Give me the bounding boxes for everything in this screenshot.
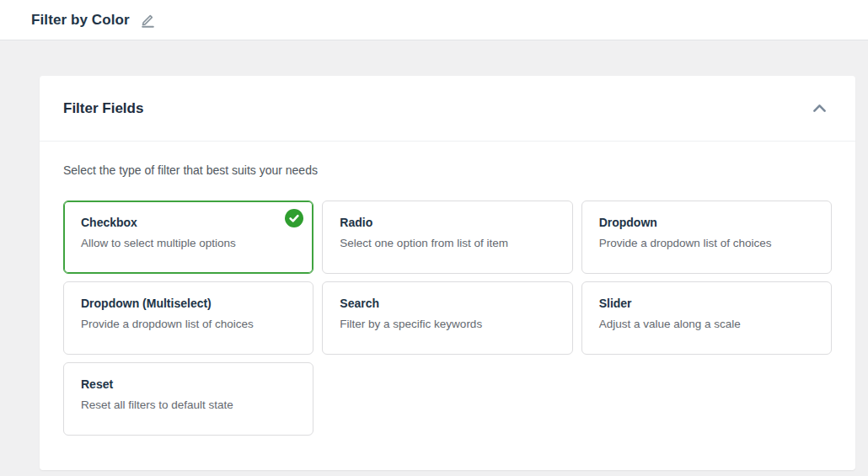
filter-type-label: Dropdown (Multiselect) xyxy=(81,297,296,310)
panel-body: Select the type of filter that best suit… xyxy=(40,142,855,459)
pencil-edit-icon xyxy=(140,12,156,28)
filter-type-label: Reset xyxy=(81,377,296,391)
filter-type-card[interactable]: Reset Reset all filters to default state xyxy=(63,362,313,436)
filter-type-description: Reset all filters to default state xyxy=(81,398,296,411)
filter-type-card[interactable]: Search Filter by a specific keywords xyxy=(322,281,572,355)
filter-type-card[interactable]: Radio Select one option from list of ite… xyxy=(322,201,572,274)
check-circle-icon xyxy=(284,208,304,228)
page-header: Filter by Color xyxy=(0,0,868,40)
filter-type-description: Provide a dropdown list of choices xyxy=(599,237,814,249)
filter-type-grid: Checkbox Allow to select multiple option… xyxy=(63,201,832,436)
panel-title: Filter Fields xyxy=(63,100,143,117)
filter-type-label: Search xyxy=(340,297,555,310)
filter-type-description: Filter by a specific keywords xyxy=(340,318,555,330)
filter-type-label: Dropdown xyxy=(599,216,814,229)
filter-type-card[interactable]: Checkbox Allow to select multiple option… xyxy=(63,201,313,274)
filter-type-card[interactable]: Slider Adjust a value along a scale xyxy=(581,281,832,355)
filter-type-card[interactable]: Dropdown Provide a dropdown list of choi… xyxy=(581,201,832,274)
filter-type-description: Select one option from list of item xyxy=(340,237,555,249)
filter-fields-panel: Filter Fields Select the type of filter … xyxy=(40,76,855,470)
filter-type-description: Allow to select multiple options xyxy=(81,237,296,249)
page-title: Filter by Color xyxy=(31,12,130,29)
collapse-panel-button[interactable] xyxy=(807,96,832,120)
filter-type-description: Adjust a value along a scale xyxy=(599,318,814,330)
filter-type-label: Slider xyxy=(599,297,814,310)
helper-text: Select the type of filter that best suit… xyxy=(63,163,832,177)
filter-type-label: Checkbox xyxy=(81,216,296,229)
filter-type-description: Provide a dropdown list of choices xyxy=(81,318,296,330)
filter-type-card[interactable]: Dropdown (Multiselect) Provide a dropdow… xyxy=(63,281,313,355)
panel-header: Filter Fields xyxy=(40,76,855,142)
selected-check-badge xyxy=(284,208,304,228)
chevron-up-icon xyxy=(811,99,828,117)
edit-title-button[interactable] xyxy=(138,10,158,29)
filter-type-label: Radio xyxy=(340,216,555,229)
